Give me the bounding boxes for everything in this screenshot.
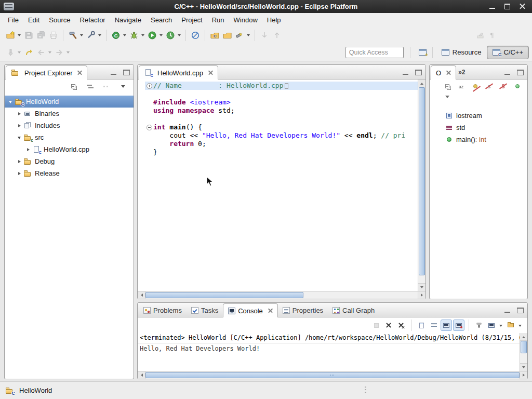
window-close-button[interactable] xyxy=(519,3,526,10)
minimize-view-button[interactable] xyxy=(503,69,511,76)
code-line[interactable] xyxy=(138,90,418,98)
quick-access-input[interactable] xyxy=(345,47,404,58)
tree-item-binaries[interactable]: Binaries xyxy=(5,108,134,119)
twistie-icon[interactable] xyxy=(15,135,23,141)
tab-call-graph[interactable]: Call Graph xyxy=(328,303,379,317)
scroll-left-button[interactable] xyxy=(138,291,145,299)
tree-item-release[interactable]: Release xyxy=(5,167,134,179)
code-line[interactable]: using namespace std; xyxy=(138,107,418,115)
pin-editor-button[interactable] xyxy=(4,46,17,59)
menu-refactor[interactable]: Refactor xyxy=(75,14,110,26)
scroll-down-button[interactable] xyxy=(520,363,527,371)
hide-fields-button[interactable] xyxy=(468,81,482,91)
menu-search[interactable]: Search xyxy=(146,14,177,26)
close-icon[interactable] xyxy=(268,309,273,313)
fold-expanded-icon[interactable] xyxy=(147,125,152,130)
save-all-button[interactable] xyxy=(35,29,47,42)
display-console-dropdown[interactable] xyxy=(498,319,503,331)
tree-item-helloworld-cpp[interactable]: CHelloWorld.cpp xyxy=(5,143,134,155)
code-line[interactable]: #include <iostream> xyxy=(138,98,418,107)
menu-navigate[interactable]: Navigate xyxy=(110,14,146,26)
skip-breakpoints-button[interactable] xyxy=(189,29,202,42)
maximize-view-button[interactable] xyxy=(123,69,130,76)
twistie-icon[interactable] xyxy=(6,99,15,105)
mark-occurrences-button[interactable] xyxy=(474,29,486,42)
twistie-icon[interactable] xyxy=(23,148,32,151)
word-wrap-button[interactable] xyxy=(428,320,440,331)
collapse-all-button[interactable] xyxy=(68,81,78,91)
scroll-right-button[interactable] xyxy=(520,371,527,379)
export-output-button[interactable] xyxy=(416,320,427,331)
scroll-up-button[interactable] xyxy=(418,79,425,87)
code-line[interactable]: return 0; xyxy=(138,140,418,148)
console-vertical-scrollbar[interactable] xyxy=(520,333,527,371)
code-editor[interactable]: // Name : HelloWorld.cpp#include <iostre… xyxy=(138,79,418,291)
menu-window[interactable]: Window xyxy=(229,14,262,26)
tree-item-helloworld[interactable]: CHelloWorld xyxy=(5,96,134,108)
twistie-icon[interactable] xyxy=(15,112,23,115)
maximize-view-button[interactable] xyxy=(415,69,422,76)
maximize-view-button[interactable] xyxy=(516,307,524,314)
forward-button[interactable] xyxy=(53,46,65,59)
build-all-dropdown[interactable] xyxy=(79,29,84,42)
menu-project[interactable]: Project xyxy=(177,14,207,26)
build-config-button[interactable] xyxy=(85,29,97,42)
open-resource-button[interactable] xyxy=(221,29,233,42)
app-menu-icon[interactable] xyxy=(4,3,14,10)
show-stderr-button[interactable] xyxy=(453,320,464,331)
debug-dropdown[interactable] xyxy=(140,29,145,42)
scroll-right-button[interactable] xyxy=(418,291,425,299)
sort-button[interactable] xyxy=(454,81,468,91)
sash-handle[interactable] xyxy=(365,387,366,394)
prev-annotation-button[interactable] xyxy=(271,29,283,42)
editor-horizontal-scrollbar[interactable] xyxy=(138,291,425,299)
close-icon[interactable] xyxy=(77,71,82,75)
tab-problems[interactable]: Problems xyxy=(139,303,187,317)
open-perspective-button[interactable] xyxy=(417,46,429,59)
minimize-view-button[interactable] xyxy=(402,69,409,76)
tree-item-src[interactable]: csrc xyxy=(5,131,134,143)
scroll-down-button[interactable] xyxy=(418,283,425,291)
menu-source[interactable]: Source xyxy=(44,14,75,26)
remove-all-launches-button[interactable] xyxy=(395,320,407,331)
tree-item-debug[interactable]: Debug xyxy=(5,155,134,167)
menu-help[interactable]: Help xyxy=(262,14,286,26)
link-with-editor-button[interactable] xyxy=(85,81,95,91)
console-horizontal-scrollbar[interactable] xyxy=(138,371,527,379)
tree-item-includes[interactable]: Includes xyxy=(5,119,134,131)
perspective-resource-button[interactable]: Resource xyxy=(436,46,487,59)
new-wizard-button[interactable] xyxy=(4,29,17,42)
scroll-up-button[interactable] xyxy=(520,333,527,341)
view-menu-button[interactable] xyxy=(440,91,454,102)
code-line[interactable]: int main() { xyxy=(138,123,418,131)
editor-vertical-scrollbar[interactable] xyxy=(418,79,425,291)
hide-non-public-button[interactable] xyxy=(496,81,510,91)
minimize-view-button[interactable] xyxy=(110,69,117,76)
maximize-view-button[interactable] xyxy=(516,69,524,76)
tab-project-explorer[interactable]: Project Explorer xyxy=(6,65,87,79)
debug-button[interactable] xyxy=(128,29,140,42)
open-console-button[interactable] xyxy=(505,320,516,331)
back-button[interactable] xyxy=(35,46,47,59)
code-line[interactable] xyxy=(138,115,418,123)
show-whitespace-button[interactable]: ¶ xyxy=(486,29,499,42)
view-menu-button[interactable] xyxy=(118,81,128,91)
twistie-icon[interactable] xyxy=(15,124,23,127)
remove-launch-button[interactable] xyxy=(383,320,394,331)
display-console-button[interactable] xyxy=(486,320,497,331)
run-button[interactable] xyxy=(146,29,158,42)
scroll-thumb[interactable] xyxy=(145,372,520,378)
filters-button[interactable] xyxy=(101,81,112,91)
pin-console-button[interactable] xyxy=(473,320,485,331)
minimize-view-button[interactable] xyxy=(503,307,511,314)
code-line[interactable]: } xyxy=(138,148,418,156)
back-dropdown[interactable] xyxy=(47,46,52,59)
tab-properties[interactable]: Properties xyxy=(278,303,328,317)
profile-button[interactable] xyxy=(164,29,177,42)
open-console-dropdown[interactable] xyxy=(517,319,522,331)
perspective-cpp-button[interactable]: C C/C++ xyxy=(487,46,529,59)
twistie-icon[interactable] xyxy=(15,160,23,163)
build-all-button[interactable] xyxy=(66,29,79,42)
twistie-icon[interactable] xyxy=(15,172,23,175)
outline-item-std[interactable]: std xyxy=(430,122,527,134)
